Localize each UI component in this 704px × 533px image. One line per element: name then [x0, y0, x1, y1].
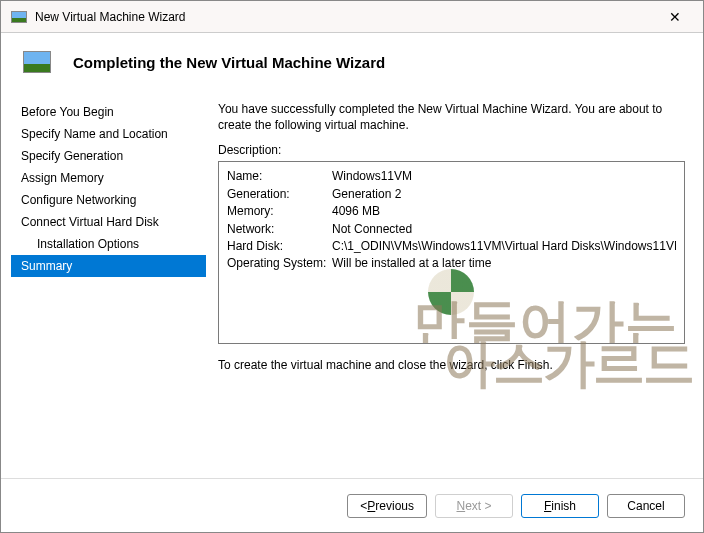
wizard-step[interactable]: Before You Begin: [11, 101, 206, 123]
summary-row: Network:Not Connected: [227, 221, 676, 238]
previous-button[interactable]: < Previous: [347, 494, 427, 518]
summary-value: C:\1_ODIN\VMs\Windows11VM\Virtual Hard D…: [332, 238, 676, 255]
instruction-text: To create the virtual machine and close …: [218, 358, 685, 372]
wizard-step[interactable]: Assign Memory: [11, 167, 206, 189]
close-icon[interactable]: ✕: [655, 3, 695, 31]
wizard-content: You have successfully completed the New …: [206, 91, 693, 478]
wizard-step[interactable]: Installation Options: [11, 233, 206, 255]
summary-row: Name:Windows11VM: [227, 168, 676, 185]
summary-key: Generation:: [227, 186, 332, 203]
summary-row: Operating System:Will be installed at a …: [227, 255, 676, 272]
summary-value: Generation 2: [332, 186, 401, 203]
summary-key: Network:: [227, 221, 332, 238]
wizard-step[interactable]: Summary: [11, 255, 206, 277]
cancel-button[interactable]: Cancel: [607, 494, 685, 518]
wizard-header: Completing the New Virtual Machine Wizar…: [1, 33, 703, 91]
intro-text: You have successfully completed the New …: [218, 101, 685, 133]
page-title: Completing the New Virtual Machine Wizar…: [73, 54, 385, 71]
finish-button[interactable]: Finish: [521, 494, 599, 518]
watermark-icon: [428, 269, 474, 315]
wizard-window: New Virtual Machine Wizard ✕ Completing …: [0, 0, 704, 533]
summary-key: Operating System:: [227, 255, 332, 272]
description-box: Name:Windows11VMGeneration:Generation 2M…: [218, 161, 685, 344]
wizard-footer: < Previous Next > Finish Cancel: [1, 478, 703, 532]
titlebar: New Virtual Machine Wizard ✕: [1, 1, 703, 33]
app-icon: [11, 11, 27, 23]
watermark-text-1: 만들어가는: [413, 286, 678, 344]
wizard-step[interactable]: Specify Generation: [11, 145, 206, 167]
wizard-steps-sidebar: Before You BeginSpecify Name and Locatio…: [11, 91, 206, 478]
summary-row: Generation:Generation 2: [227, 186, 676, 203]
summary-row: Hard Disk:C:\1_ODIN\VMs\Windows11VM\Virt…: [227, 238, 676, 255]
summary-key: Hard Disk:: [227, 238, 332, 255]
wizard-header-icon: [23, 51, 51, 73]
summary-key: Name:: [227, 168, 332, 185]
wizard-body: Before You BeginSpecify Name and Locatio…: [1, 91, 703, 478]
wizard-step[interactable]: Specify Name and Location: [11, 123, 206, 145]
window-title: New Virtual Machine Wizard: [35, 10, 655, 24]
summary-value: Will be installed at a later time: [332, 255, 491, 272]
summary-key: Memory:: [227, 203, 332, 220]
description-label: Description:: [218, 143, 685, 157]
wizard-step[interactable]: Configure Networking: [11, 189, 206, 211]
next-button: Next >: [435, 494, 513, 518]
wizard-step[interactable]: Connect Virtual Hard Disk: [11, 211, 206, 233]
summary-row: Memory:4096 MB: [227, 203, 676, 220]
summary-value: Not Connected: [332, 221, 412, 238]
summary-value: Windows11VM: [332, 168, 412, 185]
summary-value: 4096 MB: [332, 203, 380, 220]
